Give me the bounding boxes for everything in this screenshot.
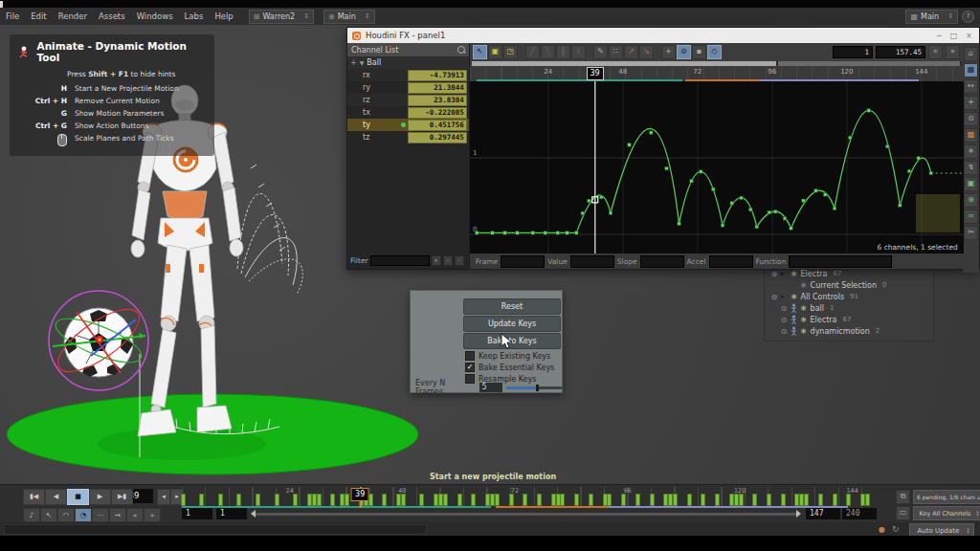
handle-slope-b-icon[interactable]: ╲ (541, 45, 555, 59)
frame-width-icon[interactable]: ↔ (964, 79, 978, 94)
channel-value-field[interactable]: 21.3844 (408, 82, 467, 94)
keyframe-tick[interactable] (275, 494, 279, 506)
channel-row-tz[interactable]: tz0.297445 (347, 131, 469, 143)
play-reverse-button[interactable]: ◀ (45, 489, 67, 505)
template-select-icon[interactable]: ◳ (503, 45, 518, 59)
stop-button[interactable]: ■ (67, 489, 89, 505)
outliner-row-dynamicmotion[interactable]: ⊙∗dynamicmotion2 (765, 325, 933, 337)
pencil-tool-icon[interactable]: ✎ (593, 45, 608, 59)
key-function-field[interactable] (789, 255, 892, 268)
expand-plus-icon[interactable]: + (350, 58, 357, 67)
timeline-ruler[interactable]: 2448729612014439 (182, 487, 869, 508)
cut-keys-icon[interactable]: ✂ (964, 226, 978, 240)
checkbox-bake-essential-keys[interactable]: ✓Bake Essential Keys (465, 363, 554, 372)
menu-help[interactable]: Help (209, 11, 238, 21)
keyframe-tick[interactable] (523, 494, 527, 506)
timeline-playhead-frame-box[interactable]: 39 (351, 488, 369, 501)
right-desktop-selector[interactable]: ▦ Main ↕ (905, 10, 958, 24)
graph-horizontal-scrollbar[interactable] (472, 61, 962, 66)
expand-arrow-icon[interactable]: ▸ (781, 293, 788, 300)
keyframe-tick[interactable] (293, 494, 298, 506)
every-n-frames-slider[interactable] (506, 386, 562, 389)
lightning-icon[interactable]: ↯ (964, 161, 978, 175)
filter-input[interactable] (370, 255, 430, 266)
expander-icon[interactable]: ⊙ (780, 304, 788, 313)
keyframe-tick[interactable] (330, 494, 335, 506)
outliner-row-electra[interactable]: ⊙∗Electra67 (765, 314, 933, 325)
keyframe-tick[interactable] (635, 494, 640, 506)
pan-view-icon[interactable]: ◇ (707, 45, 722, 59)
channel-value-field[interactable]: -0.222085 (408, 107, 467, 119)
expand-arrow-icon[interactable]: ▸ (781, 270, 788, 277)
keyframe-tick[interactable] (236, 494, 241, 506)
global-end-field[interactable]: 240 (842, 508, 877, 519)
graph-playhead-frame-box[interactable]: 39 (587, 67, 604, 80)
keyframe-tick[interactable] (865, 494, 870, 506)
outliner-row-ball[interactable]: ⊙∗ball1 (765, 302, 933, 314)
keyframe-tick[interactable] (739, 494, 744, 506)
range-end-field[interactable]: 147 (806, 508, 840, 519)
curve-plot-area[interactable]: 01 6 channels, 1 selected (470, 81, 964, 253)
keyframe-tick[interactable] (752, 494, 757, 506)
keyframe-tick[interactable] (509, 494, 514, 506)
checkbox-keep-existing-keys[interactable]: Keep Existing Keys (465, 351, 550, 361)
scrollbar-stub[interactable] (778, 61, 960, 66)
handle-curve-icon[interactable]: ≀ (571, 45, 586, 59)
box-select-icon[interactable]: ▣ (488, 45, 502, 59)
keyframe-tick[interactable] (804, 494, 809, 506)
expander-icon[interactable]: ⊙ (780, 316, 788, 324)
star-icon[interactable]: ∗ (964, 144, 978, 159)
handle-vertical-icon[interactable]: ┃ (556, 45, 570, 59)
frame-range-slider[interactable] (253, 513, 798, 516)
keyframe-tick[interactable] (443, 494, 448, 506)
channel-row-rx[interactable]: rx-4.73913 (347, 69, 469, 81)
keyframe-tick[interactable] (382, 494, 387, 506)
key-accel-field[interactable] (709, 255, 753, 268)
every-n-frames-field[interactable]: 5 (479, 383, 503, 392)
thumbnail-icon[interactable]: ▩ (964, 128, 978, 143)
keyframe-tick[interactable] (471, 494, 476, 506)
menu-edit[interactable]: Edit (25, 11, 52, 21)
keyframe-tick[interactable] (715, 494, 720, 506)
pan-icon[interactable]: + (964, 96, 978, 110)
range-handle-left[interactable] (251, 510, 256, 518)
keyframe-tick[interactable] (401, 494, 406, 506)
range-start-field[interactable]: 1 (216, 508, 247, 519)
help-button[interactable]: ? (962, 11, 974, 23)
move-keys-icon[interactable]: + (661, 45, 676, 59)
visible-range-start-field[interactable]: 1 (833, 46, 873, 58)
checkbox-box[interactable]: ✓ (465, 363, 475, 372)
smooth-keys-icon[interactable]: ≈ (964, 209, 978, 224)
channel-scope-icon[interactable]: ⧉ (896, 490, 910, 504)
keyframe-tick[interactable] (560, 494, 565, 506)
playbar-options-icon[interactable]: ⋯ (92, 508, 109, 522)
close-button[interactable]: × (964, 32, 974, 40)
filter-menu-button[interactable]: ▾ (432, 255, 441, 266)
channel-value-field[interactable]: 0.451756 (408, 120, 467, 131)
page-right-button[interactable]: » (946, 45, 960, 59)
checkbox-box[interactable] (465, 351, 475, 361)
simulation-toggle-icon[interactable]: ◠ (57, 508, 75, 522)
graph-frame-ruler[interactable]: 2448729612014439 (470, 67, 964, 82)
keyframe-tick[interactable] (673, 494, 678, 506)
scrollbar-thumb[interactable] (472, 61, 776, 66)
add-key-icon[interactable]: ⊕ (964, 193, 978, 208)
expander-icon[interactable]: ⊕ (770, 270, 778, 278)
snap-toggle-icon[interactable]: ⊘ (677, 45, 691, 59)
page-left-button[interactable]: « (928, 45, 943, 59)
key-slope-field[interactable] (640, 255, 684, 268)
recook-icon[interactable]: ↻ (892, 524, 900, 534)
keyframe-tick[interactable] (218, 494, 223, 506)
keyframe-tick[interactable] (589, 494, 593, 506)
desktop-selector[interactable]: ⊞ Warren2 ↕ (249, 10, 314, 24)
menu-windows[interactable]: Windows (131, 11, 179, 21)
viewport-selector[interactable]: ⊕ Main ↕ (323, 10, 375, 24)
key-frame-field[interactable] (501, 255, 545, 268)
realtime-playback-icon[interactable]: ◔ (75, 508, 92, 522)
key-value-field[interactable] (570, 255, 614, 268)
keyframe-tick[interactable] (419, 494, 424, 506)
keyframe-tick[interactable] (701, 494, 705, 506)
channel-row-ry[interactable]: ry21.3844 (347, 81, 469, 94)
jump-start-button[interactable]: ▮◀ (23, 489, 45, 505)
keyframe-tick[interactable] (181, 494, 186, 506)
